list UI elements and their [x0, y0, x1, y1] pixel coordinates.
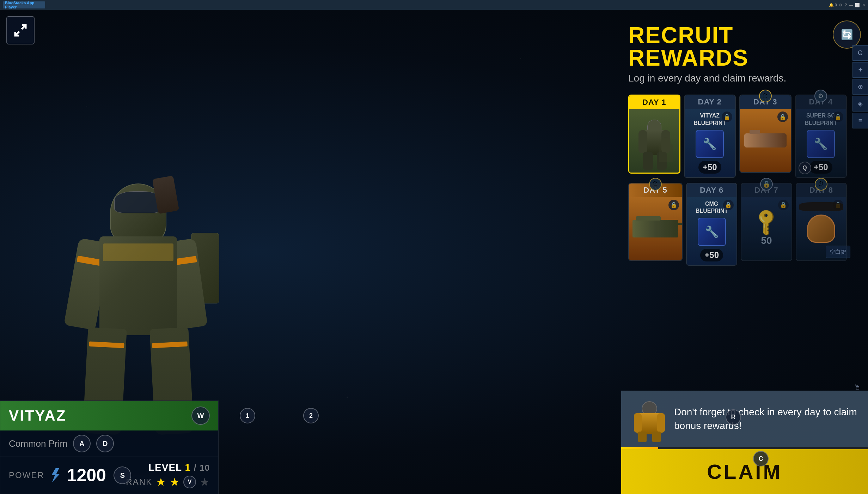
bottom-notification-bar: 🖱 Don't forget to check in every day to …	[621, 391, 868, 494]
character-info-panel: VITYAZ W Common Prim A D POWER 1200 LEVE…	[0, 400, 219, 494]
game-background: VITYAZ W Common Prim A D POWER 1200 LEVE…	[0, 10, 868, 494]
expand-button[interactable]	[6, 16, 35, 44]
day-5-wrapper: ⏱ DAY 5 🔒	[628, 183, 683, 266]
rewards-title: RECRUIT REWARDS	[628, 24, 847, 69]
window-controls: 🔔 0 ⚙ ? — ⬜ ✕	[829, 3, 865, 7]
day-3-card[interactable]: DAY 3 🔒	[739, 95, 791, 173]
day-4-reward-name: SUPER SGBLUEPRINT	[805, 112, 837, 127]
day-7-key: 🔑	[750, 206, 783, 238]
side-icon-5[interactable]: ≡	[852, 113, 868, 128]
progress-bar	[621, 447, 868, 449]
notif-character	[632, 398, 667, 440]
day-7-wrapper: 🔒 DAY 7 🔒 🔑 50	[741, 183, 792, 266]
day-3-weapon	[744, 133, 787, 147]
day-4-count: +50	[809, 161, 832, 174]
q-circle: Q	[799, 162, 811, 174]
character-name: VITYAZ	[9, 407, 66, 424]
side-icon-1[interactable]: G	[852, 45, 868, 61]
day-1-card[interactable]: DAY 1	[628, 95, 680, 174]
character-torso	[99, 236, 177, 335]
day-grid-row2: ⏱ DAY 5 🔒 DAY 6	[628, 183, 847, 266]
day-5-header-icon: ⏱	[649, 178, 662, 191]
day-6-content: 🔒 CMGBLUEPRINT 🔧 +50	[687, 197, 736, 265]
day-2-count: +50	[698, 161, 721, 174]
side-icon-4[interactable]: ◈	[852, 96, 868, 112]
day-1-label: DAY 1	[629, 96, 679, 109]
power-icon	[49, 468, 63, 482]
day-4-blueprint: 🔧	[807, 130, 835, 158]
star-2: ★	[170, 475, 180, 489]
day-6-blueprint: 🔧	[698, 218, 726, 246]
currency-button[interactable]: 🔄	[833, 20, 861, 49]
title-bar: BlueStacks App Player 🔔 0 ⚙ ? — ⬜ ✕	[0, 0, 868, 10]
level-text: LEVEL 1 / 10	[126, 462, 210, 473]
kb-c: C	[753, 451, 769, 466]
day-5-lock: 🔒	[668, 200, 679, 210]
character-type: Common Prim	[9, 438, 67, 449]
day-6-wrapper: DAY 6 🔒 CMGBLUEPRINT 🔧 +50	[686, 183, 737, 266]
claim-text: CLAIM	[707, 460, 782, 483]
side-icon-3[interactable]: ⊕	[852, 79, 868, 95]
character-type-row: Common Prim A D	[0, 430, 218, 457]
progress-fill	[621, 447, 658, 449]
day-4-wrapper: ⚙ DAY 4 🔒 SUPER SGBLUEPRINT 🔧 +50 Q	[795, 95, 847, 178]
day-6-count: +50	[700, 249, 723, 261]
day-2-card[interactable]: DAY 2 🔒 VITYAZBLUEPRINT 🔧 +50	[684, 95, 736, 178]
rewards-subtitle: Log in every day and claim rewards.	[628, 73, 847, 84]
window-icons: 🔔 0 ⚙ ? — ⬜ ✕	[829, 3, 865, 7]
key-d-badge: D	[96, 435, 114, 452]
app-name: BlueStacks App Player	[5, 1, 43, 9]
rank-row: RANK ★ ★ V ★	[126, 475, 210, 489]
character-level: LEVEL 1 / 10 RANK ★ ★ V ★	[126, 462, 210, 489]
day-2-blueprint: 🔧	[696, 130, 724, 158]
key-w-badge: W	[191, 406, 210, 425]
level-current: 1	[185, 462, 191, 473]
day-5-content: 🔒	[629, 197, 682, 260]
day-grid-row1: DAY 1	[628, 95, 847, 178]
day-3-wrapper: ⏱ DAY 3 🔒	[739, 95, 791, 178]
star-1: ★	[156, 475, 166, 489]
day-4-content: 🔒 SUPER SGBLUEPRINT 🔧 +50 Q	[796, 109, 846, 177]
day-3-header-icon: ⏱	[759, 90, 772, 102]
day-1-content	[629, 109, 679, 173]
side-icons: G ✦ ⊕ ◈ ≡	[852, 45, 868, 128]
power-label: POWER	[9, 470, 44, 480]
claim-button[interactable]: CLAIM	[621, 449, 868, 494]
character-stats-row: POWER 1200 LEVEL 1 / 10 RANK ★ ★ V ★	[0, 457, 218, 494]
day-4-card[interactable]: DAY 4 🔒 SUPER SGBLUEPRINT 🔧 +50 Q	[795, 95, 847, 178]
level-max: 10	[200, 463, 210, 472]
day-7-card[interactable]: DAY 7 🔒 🔑 50	[741, 183, 792, 261]
day-4-header-icon: ⚙	[814, 90, 827, 102]
kb-r: R	[726, 409, 741, 425]
day-3-content: 🔒	[740, 109, 791, 172]
key-a-badge: A	[73, 435, 91, 452]
character-helmet	[110, 183, 166, 243]
day-2-content: 🔒 VITYAZBLUEPRINT 🔧 +50	[685, 109, 735, 177]
notification-text: Don't forget to check in every day to cl…	[674, 405, 857, 433]
day-6-card[interactable]: DAY 6 🔒 CMGBLUEPRINT 🔧 +50	[686, 183, 737, 266]
day-6-reward-name: CMGBLUEPRINT	[696, 200, 728, 215]
power-value: 1200	[67, 465, 106, 486]
character-name-bar: VITYAZ W	[0, 401, 218, 430]
checkin-notification: Don't forget to check in every day to cl…	[621, 391, 868, 447]
day-8-helmet	[807, 215, 835, 243]
day-8-header-icon: ⏱	[815, 178, 827, 191]
kb-2: 2	[303, 408, 319, 423]
day-5-weapon	[632, 220, 678, 237]
day-1-wrapper: DAY 1	[628, 95, 680, 178]
day-3-lock: 🔒	[777, 112, 788, 122]
day-4-lock: 🔒	[833, 112, 843, 122]
side-icon-2[interactable]: ✦	[852, 62, 868, 78]
day-2-label: DAY 2	[685, 95, 735, 109]
day-2-wrapper: DAY 2 🔒 VITYAZBLUEPRINT 🔧 +50	[684, 95, 736, 178]
scroll-hint: 🖱	[854, 384, 861, 392]
rewards-panel: 🔄 RECRUIT REWARDS Log in every day and c…	[628, 24, 847, 271]
key-v-badge: V	[183, 476, 196, 488]
day-6-label: DAY 6	[687, 183, 736, 197]
cjk-label: 空白鍵	[826, 246, 850, 258]
day-5-card[interactable]: DAY 5 🔒	[628, 183, 683, 261]
day-7-content: 🔒 🔑 50	[741, 197, 791, 260]
day-2-lock: 🔒	[722, 112, 732, 122]
day-7-lock: 🔒	[778, 200, 789, 210]
day-2-reward-name: VITYAZBLUEPRINT	[693, 112, 726, 127]
